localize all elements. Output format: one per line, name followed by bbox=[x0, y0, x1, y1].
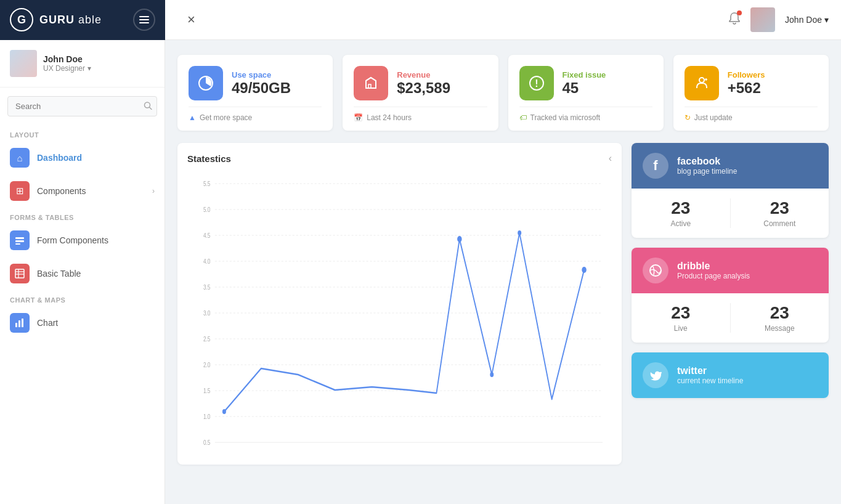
fixed-issue-footer: 🏷 Tracked via microsoft bbox=[519, 107, 652, 122]
fixed-issue-icon: ! bbox=[519, 66, 554, 100]
fixed-issue-footer-icon: 🏷 bbox=[519, 113, 527, 122]
stat-card-followers: Followers +562 ↻ Just update bbox=[673, 55, 829, 131]
sidebar-item-chart[interactable]: Chart bbox=[0, 306, 165, 339]
stat-card-top: ! Fixed issue 45 bbox=[519, 66, 652, 100]
sidebar-user-name: John Doe bbox=[43, 54, 91, 64]
role-chevron-icon: ▾ bbox=[87, 64, 91, 73]
stat-card-top: Use space 49/50GB bbox=[189, 66, 322, 100]
svg-point-45 bbox=[582, 267, 586, 273]
sidebar-item-dashboard[interactable]: ⌂ Dashboard bbox=[0, 141, 165, 174]
followers-footer: ↻ Just update bbox=[685, 107, 818, 122]
use-space-info: Use space 49/50GB bbox=[232, 70, 322, 97]
sidebar-section-layout: Layout bbox=[0, 125, 165, 141]
menu-toggle-button[interactable] bbox=[133, 9, 155, 31]
dashboard-icon: ⌂ bbox=[10, 148, 30, 168]
close-icon[interactable]: × bbox=[187, 12, 195, 28]
svg-line-4 bbox=[150, 107, 152, 110]
svg-rect-14 bbox=[22, 319, 23, 327]
revenue-value: $23,589 bbox=[397, 79, 487, 97]
sidebar-user-info: John Doe UX Designer ▾ bbox=[43, 54, 91, 73]
svg-text:3.0: 3.0 bbox=[203, 309, 211, 317]
sidebar-item-components[interactable]: ⊞ Components › bbox=[0, 174, 165, 208]
facebook-comment-label: Comment bbox=[741, 219, 819, 228]
twitter-icon bbox=[643, 362, 668, 388]
twitter-card-header: twitter current new timeline bbox=[632, 352, 829, 398]
fixed-issue-label: Fixed issue bbox=[563, 70, 652, 79]
logo-letter: G bbox=[17, 14, 26, 26]
revenue-info: Revenue $23,589 bbox=[397, 70, 487, 97]
facebook-active-label: Active bbox=[641, 219, 720, 228]
chart-collapse-button[interactable]: ‹ bbox=[609, 153, 612, 164]
header-right: John Doe ▾ bbox=[728, 7, 829, 32]
search-input[interactable] bbox=[7, 96, 157, 116]
chart-title: Statestics bbox=[187, 153, 231, 164]
svg-point-42 bbox=[457, 236, 461, 242]
svg-rect-7 bbox=[15, 243, 20, 245]
use-space-footer-icon: ▲ bbox=[189, 113, 196, 122]
fixed-issue-info: Fixed issue 45 bbox=[563, 70, 652, 97]
social-card-facebook: f facebook blog page timeline 23 Active … bbox=[632, 143, 829, 238]
revenue-footer-text: Last 24 hours bbox=[367, 113, 412, 122]
user-name-text: John Doe bbox=[785, 15, 822, 25]
fixed-issue-footer-text: Tracked via microsoft bbox=[530, 113, 601, 122]
sidebar-dashboard-label: Dashboard bbox=[37, 153, 82, 163]
chart-icon bbox=[10, 313, 30, 333]
revenue-footer: 📅 Last 24 hours bbox=[354, 107, 487, 122]
dribble-stat-message: 23 Message bbox=[731, 303, 829, 333]
fixed-issue-value: 45 bbox=[563, 79, 652, 97]
brand-suffix-text: able bbox=[75, 14, 102, 26]
dribble-info: dribble Product page analysis bbox=[677, 261, 750, 280]
sidebar: John Doe UX Designer ▾ Layout ⌂ Dashboar… bbox=[0, 40, 165, 504]
twitter-info: twitter current new timeline bbox=[677, 365, 743, 385]
followers-info: Followers +562 bbox=[728, 70, 818, 97]
svg-point-44 bbox=[518, 230, 521, 235]
notification-dot bbox=[737, 10, 742, 15]
sidebar-user-role[interactable]: UX Designer ▾ bbox=[43, 64, 91, 73]
dashboard-row: Statestics ‹ bbox=[177, 143, 829, 465]
search-icon[interactable] bbox=[144, 101, 152, 112]
use-space-value: 49/50GB bbox=[232, 79, 322, 97]
svg-text:0.5: 0.5 bbox=[203, 439, 210, 446]
svg-text:4.0: 4.0 bbox=[203, 258, 211, 265]
dribble-live-label: Live bbox=[641, 324, 720, 333]
sidebar-item-form-components[interactable]: Form Components bbox=[0, 224, 165, 257]
dribble-stat-live: 23 Live bbox=[632, 303, 731, 333]
sidebar-form-components-label: Form Components bbox=[37, 235, 108, 245]
svg-rect-1 bbox=[139, 19, 149, 20]
sidebar-basic-table-label: Basic Table bbox=[37, 269, 81, 278]
sidebar-chart-label: Chart bbox=[37, 318, 58, 328]
followers-footer-text: Just update bbox=[694, 113, 733, 122]
dribble-stats: 23 Live 23 Message bbox=[632, 293, 829, 343]
svg-text:2.0: 2.0 bbox=[203, 361, 211, 368]
top-header: G GURU able × John Doe ▾ bbox=[0, 0, 841, 40]
svg-text:5.5: 5.5 bbox=[203, 180, 210, 187]
facebook-active-value: 23 bbox=[641, 198, 720, 218]
brand-name-text: GURU bbox=[39, 14, 75, 26]
sidebar-section-forms: Forms & Tables bbox=[0, 208, 165, 224]
stat-card-use-space: Use space 49/50GB ▲ Get more space bbox=[177, 55, 333, 131]
stats-row: Use space 49/50GB ▲ Get more space Reven… bbox=[177, 55, 829, 131]
use-space-footer-text: Get more space bbox=[200, 113, 252, 122]
use-space-icon bbox=[189, 66, 223, 100]
dribble-card-header: dribble Product page analysis bbox=[632, 248, 829, 293]
facebook-title: facebook bbox=[677, 156, 737, 167]
body-container: John Doe UX Designer ▾ Layout ⌂ Dashboar… bbox=[0, 40, 841, 504]
components-chevron-icon: › bbox=[152, 187, 155, 195]
svg-text:1.0: 1.0 bbox=[203, 413, 211, 420]
social-col: f facebook blog page timeline 23 Active … bbox=[632, 143, 829, 465]
form-components-icon bbox=[10, 230, 30, 250]
stat-card-top: Revenue $23,589 bbox=[354, 66, 487, 100]
svg-point-18 bbox=[699, 78, 704, 83]
svg-text:2.5: 2.5 bbox=[203, 335, 210, 343]
header-left: G GURU able × bbox=[12, 0, 195, 40]
facebook-stat-comment: 23 Comment bbox=[731, 198, 829, 228]
facebook-icon: f bbox=[643, 153, 668, 179]
sidebar-item-basic-table[interactable]: Basic Table bbox=[0, 257, 165, 290]
dribble-message-value: 23 bbox=[741, 303, 819, 323]
svg-text:4.5: 4.5 bbox=[203, 232, 210, 239]
svg-rect-13 bbox=[18, 320, 20, 327]
user-name-label[interactable]: John Doe ▾ bbox=[785, 15, 829, 25]
notification-bell-button[interactable] bbox=[728, 12, 741, 28]
stat-card-top: Followers +562 bbox=[685, 66, 818, 100]
dribble-message-label: Message bbox=[741, 324, 819, 333]
